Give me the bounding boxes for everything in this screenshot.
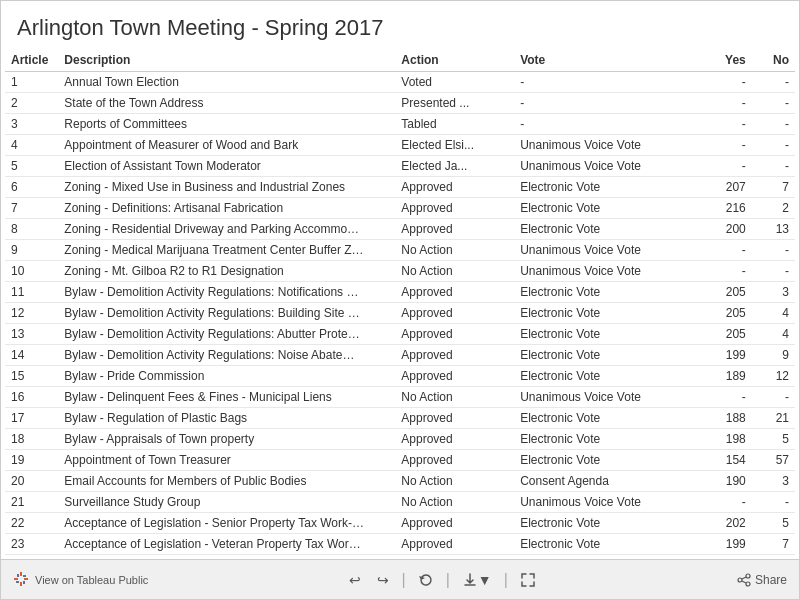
table-row: 12Bylaw - Demolition Activity Regulation… xyxy=(5,303,795,324)
cell-article: 5 xyxy=(5,156,58,177)
cell-description: Bylaw - Demolition Activity Regulations:… xyxy=(58,303,395,324)
cell-vote: - xyxy=(514,114,703,135)
table-row: 1Annual Town ElectionVoted--- xyxy=(5,72,795,93)
col-header-article: Article xyxy=(5,49,58,72)
cell-vote: Electronic Vote xyxy=(514,219,703,240)
page-title: Arlington Town Meeting - Spring 2017 xyxy=(17,15,783,41)
tableau-link[interactable]: View on Tableau Public xyxy=(13,571,148,589)
cell-action: Approved xyxy=(395,345,514,366)
cell-no: - xyxy=(752,240,795,261)
cell-article: 10 xyxy=(5,261,58,282)
cell-description: Reports of Committees xyxy=(58,114,395,135)
table-row: 5Election of Assistant Town ModeratorEle… xyxy=(5,156,795,177)
cell-yes: 200 xyxy=(703,219,752,240)
cell-no: 7 xyxy=(752,534,795,555)
svg-point-8 xyxy=(746,574,750,578)
cell-yes: - xyxy=(703,240,752,261)
undo-button[interactable]: ↩ xyxy=(345,570,365,590)
cell-article: 3 xyxy=(5,114,58,135)
cell-description: Bylaw - Delinquent Fees & Fines - Munici… xyxy=(58,387,395,408)
cell-yes: 198 xyxy=(703,429,752,450)
cell-vote: Electronic Vote xyxy=(514,408,703,429)
cell-description: Zoning - Mixed Use in Business and Indus… xyxy=(58,177,395,198)
cell-description: Bylaw - Demolition Activity Regulations:… xyxy=(58,345,395,366)
table-row: 20Email Accounts for Members of Public B… xyxy=(5,471,795,492)
download-button[interactable]: ▼ xyxy=(458,570,496,590)
svg-point-10 xyxy=(746,582,750,586)
table-row: 17Bylaw - Regulation of Plastic BagsAppr… xyxy=(5,408,795,429)
table-row: 3Reports of CommitteesTabled--- xyxy=(5,114,795,135)
cell-no: 4 xyxy=(752,303,795,324)
cell-description: Zoning - Residential Driveway and Parkin… xyxy=(58,219,395,240)
cell-no: 3 xyxy=(752,282,795,303)
table-row: 11Bylaw - Demolition Activity Regulation… xyxy=(5,282,795,303)
cell-action: Approved xyxy=(395,177,514,198)
cell-description: Appointment of Measurer of Wood and Bark xyxy=(58,135,395,156)
cell-action: Approved xyxy=(395,366,514,387)
cell-no: 9 xyxy=(752,345,795,366)
cell-article: 17 xyxy=(5,408,58,429)
cell-no: 5 xyxy=(752,513,795,534)
cell-action: No Action xyxy=(395,471,514,492)
cell-article: 22 xyxy=(5,513,58,534)
table-row: 4Appointment of Measurer of Wood and Bar… xyxy=(5,135,795,156)
cell-action: Approved xyxy=(395,408,514,429)
table-row: 10Zoning - Mt. Gilboa R2 to R1 Designati… xyxy=(5,261,795,282)
svg-point-9 xyxy=(738,578,742,582)
share-button[interactable]: Share xyxy=(737,573,787,587)
cell-vote: Electronic Vote xyxy=(514,303,703,324)
cell-description: Surveillance Study Group xyxy=(58,492,395,513)
cell-action: Elected Elsi... xyxy=(395,135,514,156)
cell-yes: - xyxy=(703,156,752,177)
cell-vote: Electronic Vote xyxy=(514,450,703,471)
col-header-action: Action xyxy=(395,49,514,72)
cell-description: State of the Town Address xyxy=(58,93,395,114)
reset-button[interactable] xyxy=(414,570,438,590)
cell-vote: Electronic Vote xyxy=(514,177,703,198)
cell-yes: 216 xyxy=(703,198,752,219)
cell-no: - xyxy=(752,387,795,408)
cell-action: Approved xyxy=(395,513,514,534)
svg-rect-4 xyxy=(17,574,19,577)
table-row: 22Acceptance of Legislation - Senior Pro… xyxy=(5,513,795,534)
cell-yes: 190 xyxy=(703,471,752,492)
cell-description: Bylaw - Demolition Activity Regulations:… xyxy=(58,282,395,303)
cell-description: Election of Assistant Town Moderator xyxy=(58,156,395,177)
cell-yes: - xyxy=(703,93,752,114)
table-row: 19Appointment of Town TreasurerApprovedE… xyxy=(5,450,795,471)
cell-article: 21 xyxy=(5,492,58,513)
cell-vote: Unanimous Voice Vote xyxy=(514,492,703,513)
cell-no: 5 xyxy=(752,429,795,450)
cell-article: 11 xyxy=(5,282,58,303)
col-header-vote: Vote xyxy=(514,49,703,72)
fullscreen-button[interactable] xyxy=(516,570,540,590)
cell-article: 6 xyxy=(5,177,58,198)
cell-no: 21 xyxy=(752,408,795,429)
cell-action: Voted xyxy=(395,72,514,93)
cell-article: 14 xyxy=(5,345,58,366)
cell-action: No Action xyxy=(395,387,514,408)
footer-bar: View on Tableau Public ↩ ↪ | | ▼ | xyxy=(1,559,799,599)
cell-description: Email Accounts for Members of Public Bod… xyxy=(58,471,395,492)
cell-action: Presented ... xyxy=(395,93,514,114)
cell-vote: Unanimous Voice Vote xyxy=(514,240,703,261)
table-row: 8Zoning - Residential Driveway and Parki… xyxy=(5,219,795,240)
cell-no: 2 xyxy=(752,198,795,219)
cell-action: Approved xyxy=(395,450,514,471)
cell-article: 12 xyxy=(5,303,58,324)
cell-vote: Electronic Vote xyxy=(514,534,703,555)
cell-description: Annual Town Election xyxy=(58,72,395,93)
cell-vote: Electronic Vote xyxy=(514,429,703,450)
svg-rect-5 xyxy=(23,581,25,584)
cell-yes: 154 xyxy=(703,450,752,471)
cell-article: 23 xyxy=(5,534,58,555)
cell-yes: 205 xyxy=(703,324,752,345)
cell-vote: Electronic Vote xyxy=(514,198,703,219)
redo-button[interactable]: ↪ xyxy=(373,570,393,590)
cell-vote: Consent Agenda xyxy=(514,471,703,492)
cell-description: Acceptance of Legislation - Senior Prope… xyxy=(58,513,395,534)
cell-vote: Unanimous Voice Vote xyxy=(514,156,703,177)
cell-description: Zoning - Definitions: Artisanal Fabricat… xyxy=(58,198,395,219)
cell-action: No Action xyxy=(395,261,514,282)
cell-action: Approved xyxy=(395,198,514,219)
